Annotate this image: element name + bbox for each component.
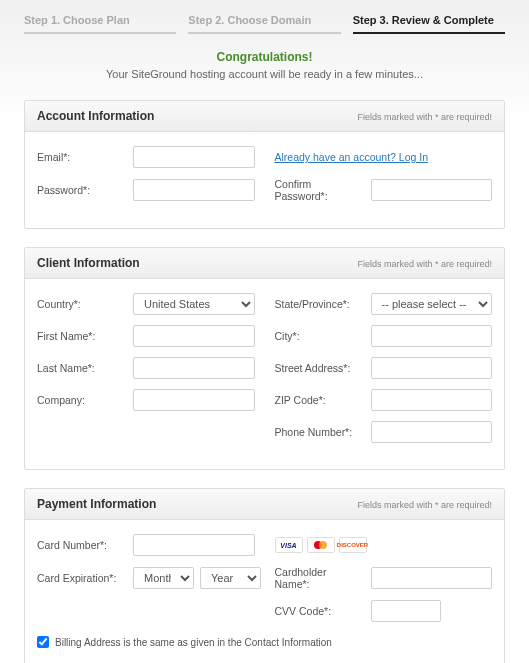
client-title: Client Information [37, 256, 140, 270]
client-section: Client Information Fields marked with * … [24, 247, 505, 470]
cardnum-input[interactable] [133, 534, 255, 556]
city-input[interactable] [371, 325, 493, 347]
email-input[interactable] [133, 146, 255, 168]
exp-year-select[interactable]: Year [200, 567, 261, 589]
phone-input[interactable] [371, 421, 493, 443]
country-label: Country*: [37, 298, 125, 310]
zip-label: ZIP Code*: [275, 394, 363, 406]
required-note: Fields marked with * are required! [357, 259, 492, 269]
exp-label: Card Expiration*: [37, 572, 125, 584]
password-label: Password*: [37, 184, 125, 196]
billing-same-checkbox[interactable] [37, 636, 49, 648]
lastname-label: Last Name*: [37, 362, 125, 374]
confirm-password-label: Confirm Password*: [275, 178, 363, 202]
billing-same-label: Billing Address is the same as given in … [55, 637, 332, 648]
discover-icon: DISCOVER [339, 537, 367, 553]
phone-label: Phone Number*: [275, 426, 363, 438]
firstname-input[interactable] [133, 325, 255, 347]
step-review-complete[interactable]: Step 3. Review & Complete [353, 8, 505, 34]
state-select[interactable]: -- please select -- [371, 293, 493, 315]
state-label: State/Province*: [275, 298, 363, 310]
company-input[interactable] [133, 389, 255, 411]
email-label: Email*: [37, 151, 125, 163]
cvv-label: CVV Code*: [275, 605, 363, 617]
cvv-input[interactable] [371, 600, 441, 622]
zip-input[interactable] [371, 389, 493, 411]
street-input[interactable] [371, 357, 493, 379]
confirm-password-input[interactable] [371, 179, 493, 201]
cardholder-label: Cardholder Name*: [275, 566, 363, 590]
card-brands: VISA DISCOVER [275, 537, 367, 553]
company-label: Company: [37, 394, 125, 406]
cardnum-label: Card Number*: [37, 539, 125, 551]
visa-icon: VISA [275, 537, 303, 553]
password-input[interactable] [133, 179, 255, 201]
country-select[interactable]: United States [133, 293, 255, 315]
congrats-subtitle: Your SiteGround hosting account will be … [0, 68, 529, 80]
street-label: Street Address*: [275, 362, 363, 374]
lastname-input[interactable] [133, 357, 255, 379]
required-note: Fields marked with * are required! [357, 500, 492, 510]
step-choose-domain[interactable]: Step 2. Choose Domain [188, 8, 340, 34]
congrats-title: Congratulations! [0, 50, 529, 64]
city-label: City*: [275, 330, 363, 342]
exp-month-select[interactable]: Month [133, 567, 194, 589]
login-link[interactable]: Already have an account? Log In [275, 151, 429, 163]
firstname-label: First Name*: [37, 330, 125, 342]
account-title: Account Information [37, 109, 154, 123]
account-section: Account Information Fields marked with *… [24, 100, 505, 229]
step-choose-plan[interactable]: Step 1. Choose Plan [24, 8, 176, 34]
progress-steps: Step 1. Choose Plan Step 2. Choose Domai… [0, 0, 529, 34]
mastercard-icon [307, 537, 335, 553]
payment-section: Payment Information Fields marked with *… [24, 488, 505, 663]
cardholder-input[interactable] [371, 567, 493, 589]
congrats-block: Congratulations! Your SiteGround hosting… [0, 34, 529, 90]
payment-title: Payment Information [37, 497, 156, 511]
required-note: Fields marked with * are required! [357, 112, 492, 122]
